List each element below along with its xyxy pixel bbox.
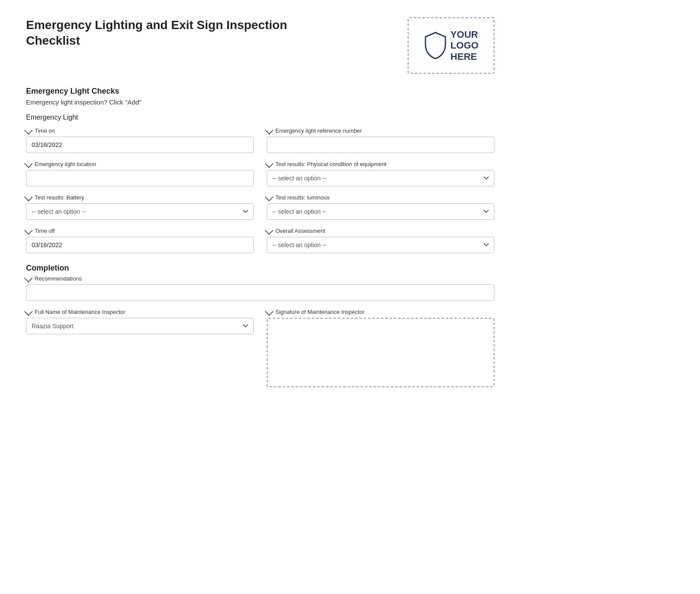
signature-chevron-icon [265,307,274,316]
emergency-light-ref-group: Emergency light reference number [267,127,494,153]
signature-label: Signature of Maintenance Inspector [267,309,494,315]
overall-assessment-label: Overall Assessment [267,228,494,234]
test-results-physical-select[interactable]: -- select an option -- Pass Fail N/A [267,170,494,186]
recommendations-label: Recommendations [26,275,494,282]
test-results-luminous-chevron-icon [265,193,274,201]
emergency-light-ref-chevron-icon [265,126,274,134]
full-name-label: Full Name of Maintenance Inspector [26,309,254,315]
header: Emergency Lighting and Exit Sign Inspect… [26,17,494,74]
overall-assessment-chevron-icon [265,226,274,235]
time-on-group: Time on [26,127,254,153]
page-title: Emergency Lighting and Exit Sign Inspect… [26,17,321,49]
test-results-luminous-group: Test results: luminous -- select an opti… [267,194,494,220]
emergency-light-ref-label: Emergency light reference number [267,127,494,134]
emergency-light-ref-input[interactable] [267,137,494,153]
emergency-light-checks-section: Emergency Light Checks Emergency light i… [26,87,494,253]
time-off-label: Time off [26,228,254,234]
full-name-group: Full Name of Maintenance Inspector Raazi… [26,309,254,387]
test-results-physical-chevron-icon [265,159,274,168]
time-off-input[interactable] [26,237,254,253]
recommendations-chevron-icon [24,274,33,282]
test-results-battery-chevron-icon [24,193,33,201]
test-results-battery-select[interactable]: -- select an option -- Pass Fail N/A [26,203,254,220]
full-name-select[interactable]: Raazia Support Other [26,318,254,334]
bottom-grid: Full Name of Maintenance Inspector Raazi… [26,309,494,387]
time-off-chevron-icon [24,226,33,235]
emergency-light-checks-desc: Emergency light inspection? Click "Add" [26,98,494,106]
signature-group: Signature of Maintenance Inspector [267,309,494,387]
test-results-physical-group: Test results: Physical condition of equi… [267,161,494,186]
test-results-battery-group: Test results: Battery -- select an optio… [26,194,254,220]
overall-assessment-select[interactable]: -- select an option -- Pass Fail N/A [267,237,494,253]
emergency-light-location-chevron-icon [24,159,33,168]
emergency-light-location-label: Emergency light location [26,161,254,167]
time-on-label: Time on [26,127,254,134]
logo-text: YOUR LOGO HERE [451,29,479,62]
emergency-light-form-grid: Time on Emergency light reference number… [26,127,494,253]
test-results-luminous-select[interactable]: -- select an option -- Pass Fail N/A [267,203,494,220]
signature-box[interactable] [267,318,494,387]
completion-section: Completion Recommendations Full Name of … [26,264,494,387]
emergency-light-checks-title: Emergency Light Checks [26,87,494,96]
overall-assessment-group: Overall Assessment -- select an option -… [267,228,494,253]
recommendations-input[interactable] [26,284,494,301]
time-on-chevron-icon [24,126,33,134]
time-off-group: Time off [26,228,254,253]
emergency-light-subsection-label: Emergency Light [26,114,494,121]
test-results-luminous-label: Test results: luminous [267,194,494,201]
test-results-physical-label: Test results: Physical condition of equi… [267,161,494,167]
logo-inner: YOUR LOGO HERE [424,29,479,62]
shield-icon [424,32,447,59]
emergency-light-location-group: Emergency light location [26,161,254,186]
emergency-light-location-input[interactable] [26,170,254,186]
completion-title: Completion [26,264,494,273]
recommendations-group: Recommendations [26,275,494,301]
test-results-battery-label: Test results: Battery [26,194,254,201]
logo-box: YOUR LOGO HERE [408,17,494,74]
full-name-chevron-icon [24,307,33,316]
time-on-input[interactable] [26,137,254,153]
